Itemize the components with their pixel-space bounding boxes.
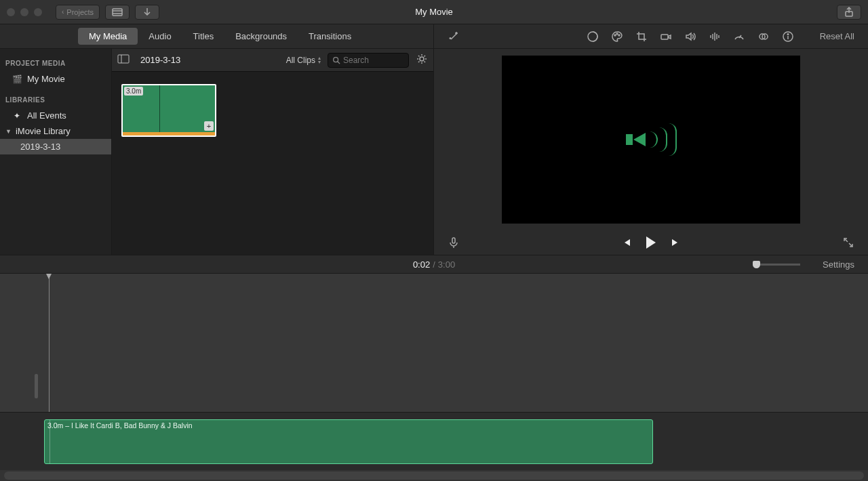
browser-settings-button[interactable] — [416, 53, 428, 67]
svg-point-14 — [616, 33, 618, 35]
search-input[interactable] — [343, 56, 397, 65]
info-button[interactable] — [782, 30, 794, 43]
overlap-circles-icon — [757, 30, 770, 43]
svg-rect-6 — [118, 55, 129, 63]
svg-rect-0 — [113, 9, 122, 16]
timeline-drag-handle[interactable] — [35, 374, 38, 398]
volume-button[interactable] — [684, 30, 696, 43]
equalizer-icon — [709, 30, 721, 43]
sidebar-item-all-events[interactable]: ✦ All Events — [0, 108, 111, 123]
svg-line-9 — [338, 61, 340, 63]
gear-icon — [416, 53, 428, 65]
reset-all-button[interactable]: Reset All — [820, 31, 854, 41]
import-media-button[interactable] — [105, 5, 130, 20]
search-field[interactable] — [328, 53, 409, 68]
sidebar-item-label: All Events — [27, 110, 66, 121]
svg-rect-16 — [661, 35, 668, 39]
search-icon — [332, 56, 340, 64]
projects-button[interactable]: ‹ Projects — [56, 5, 100, 20]
sidebar-item-imovie-library[interactable]: ▼ iMovie Library — [0, 123, 111, 139]
viewer — [434, 49, 868, 230]
svg-point-27 — [787, 33, 789, 35]
browser-header: 2019-3-13 All Clips ▴▾ — [112, 49, 433, 72]
time-separator: / — [433, 259, 435, 270]
clips-filter-label: All Clips — [286, 56, 315, 65]
disclosure-triangle-icon[interactable]: ▼ — [5, 128, 12, 135]
share-button[interactable] — [837, 5, 861, 20]
clip-filter-button[interactable] — [757, 30, 770, 43]
svg-point-15 — [618, 35, 620, 36]
sidebar-item-label: iMovie Library — [16, 126, 71, 136]
tab-transitions[interactable]: Transitions — [298, 28, 362, 45]
next-button[interactable] — [671, 238, 680, 247]
svg-point-13 — [614, 35, 616, 36]
timeline-audio-track[interactable]: 3.0m – I Like It Cardi B, Bad Bunny & J … — [0, 412, 868, 470]
plus-icon: + — [207, 122, 211, 130]
list-view-toggle[interactable] — [117, 54, 130, 66]
sidebar-item-my-movie[interactable]: 🎬 My Movie — [0, 71, 111, 87]
media-browser-panel: My Media Audio Titles Backgrounds Transi… — [0, 24, 434, 255]
timeline-scrollbar[interactable] — [4, 472, 864, 480]
zoom-thumb[interactable] — [753, 261, 760, 268]
speed-button[interactable] — [733, 30, 745, 43]
color-balance-button[interactable] — [587, 30, 599, 43]
tab-backgrounds[interactable]: Backgrounds — [224, 28, 298, 45]
sidebar-heading-project-media: PROJECT MEDIA — [0, 56, 111, 71]
play-icon — [646, 236, 656, 249]
audio-placeholder-icon — [626, 123, 677, 156]
clip-waveform — [123, 132, 215, 135]
svg-point-8 — [334, 57, 338, 62]
window-controls — [7, 8, 42, 16]
timeline-settings-button[interactable]: Settings — [823, 259, 854, 270]
add-clip-button[interactable]: + — [204, 121, 214, 131]
window-title: My Movie — [415, 7, 453, 17]
tab-my-media[interactable]: My Media — [78, 28, 138, 45]
enhance-button[interactable] — [448, 30, 460, 43]
previous-button[interactable] — [622, 238, 631, 247]
palette-icon — [611, 30, 623, 43]
crop-icon — [635, 30, 648, 43]
viewer-canvas[interactable] — [502, 56, 800, 224]
clips-filter-dropdown[interactable]: All Clips ▴▾ — [286, 56, 321, 65]
color-correction-button[interactable] — [611, 30, 623, 43]
timeline-video-track[interactable] — [0, 274, 868, 412]
titlebar: ‹ Projects My Movie — [0, 0, 868, 24]
zoom-track — [753, 264, 800, 266]
zoom-slider[interactable] — [753, 264, 800, 266]
sidebar-item-event[interactable]: 2019-3-13 — [0, 139, 111, 154]
download-icon — [141, 6, 153, 18]
clip-grid: 3.0m + — [112, 72, 433, 149]
speedometer-icon — [733, 30, 745, 43]
sidebar-heading-libraries: LIBRARIES — [0, 92, 111, 108]
stabilization-button[interactable] — [660, 30, 672, 43]
noise-reduction-button[interactable] — [709, 30, 721, 43]
svg-point-10 — [420, 57, 424, 61]
volume-icon — [684, 30, 696, 43]
skip-back-icon — [622, 238, 631, 247]
updown-icon: ▴▾ — [318, 56, 321, 64]
filmstrip-icon — [111, 6, 123, 18]
download-button[interactable] — [135, 5, 159, 20]
tab-audio[interactable]: Audio — [138, 28, 182, 45]
projects-label: Projects — [66, 8, 94, 16]
magic-wand-icon — [448, 30, 460, 43]
adjustments-toolbar: Reset All — [434, 24, 868, 49]
timecode-bar: 0:02 / 3:00 Settings — [0, 255, 868, 274]
zoom-window-button[interactable] — [34, 8, 42, 16]
color-balance-icon — [587, 30, 599, 43]
close-window-button[interactable] — [7, 8, 15, 16]
timeline[interactable]: 3.0m – I Like It Cardi B, Bad Bunny & J … — [0, 274, 868, 481]
timecode-display: 0:02 / 3:00 — [413, 259, 455, 270]
playback-controls — [434, 230, 868, 255]
audio-clip[interactable]: 3.0m – I Like It Cardi B, Bad Bunny & J … — [44, 419, 653, 464]
crop-button[interactable] — [635, 30, 648, 43]
playhead[interactable] — [49, 274, 50, 412]
play-button[interactable] — [646, 236, 656, 249]
tab-titles[interactable]: Titles — [182, 28, 225, 45]
share-icon — [843, 6, 855, 18]
clip-thumbnail[interactable]: 3.0m + — [121, 84, 216, 137]
audio-clip-playhead — [50, 420, 50, 463]
minimize-window-button[interactable] — [20, 8, 28, 16]
clip-browser: 2019-3-13 All Clips ▴▾ — [112, 49, 433, 255]
total-time: 3:00 — [438, 259, 455, 270]
